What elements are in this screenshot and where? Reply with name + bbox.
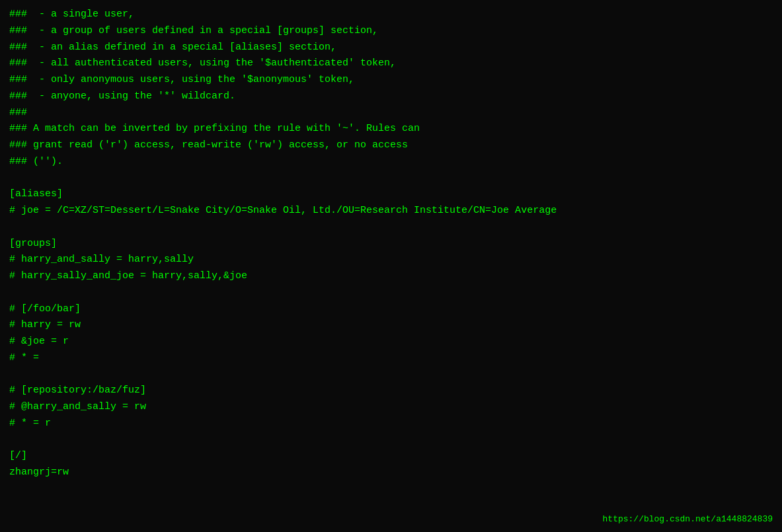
code-line: # [/foo/bar] bbox=[9, 301, 773, 318]
code-line: [/] bbox=[9, 448, 773, 465]
code-line: # harry_sally_and_joe = harry,sally,&joe bbox=[9, 268, 773, 285]
code-line: ### - anyone, using the '*' wildcard. bbox=[9, 89, 773, 105]
code-line: ### (''). bbox=[9, 154, 773, 171]
code-line: ### - an alias defined in a special [ali… bbox=[9, 40, 773, 56]
code-line: ### - a single user, bbox=[9, 7, 773, 23]
code-line: ### A match can be inverted by prefixing… bbox=[9, 121, 773, 137]
code-line: ### - a group of users defined in a spec… bbox=[9, 23, 773, 40]
code-line: # harry_and_sally = harry,sally bbox=[9, 252, 773, 268]
code-line: # harry = rw bbox=[9, 317, 773, 334]
code-line: ### - only anonymous users, using the '$… bbox=[9, 72, 773, 89]
code-line bbox=[9, 432, 773, 449]
code-content: ### - a single user,### - a group of use… bbox=[9, 7, 773, 481]
code-line: # joe = /C=XZ/ST=Dessert/L=Snake City/O=… bbox=[9, 203, 773, 219]
code-line: ### grant read ('r') access, read-write … bbox=[9, 137, 773, 154]
code-line bbox=[9, 367, 773, 383]
code-line: ### bbox=[9, 105, 773, 122]
code-line: # * = r bbox=[9, 416, 773, 432]
code-line: # * = bbox=[9, 350, 773, 367]
code-line: # [repository:/baz/fuz] bbox=[9, 383, 773, 399]
code-line: # @harry_and_sally = rw bbox=[9, 399, 773, 416]
code-line: [groups] bbox=[9, 236, 773, 252]
code-editor: ### - a single user,### - a group of use… bbox=[0, 0, 782, 532]
code-line bbox=[9, 285, 773, 301]
code-line: # &joe = r bbox=[9, 334, 773, 350]
code-line bbox=[9, 171, 773, 187]
footer-link[interactable]: https://blog.csdn.net/a1448824839 bbox=[603, 514, 773, 524]
code-line bbox=[9, 219, 773, 236]
code-line: [aliases] bbox=[9, 186, 773, 203]
code-line: ### - all authenticated users, using the… bbox=[9, 56, 773, 72]
code-line: zhangrj=rw bbox=[9, 465, 773, 481]
